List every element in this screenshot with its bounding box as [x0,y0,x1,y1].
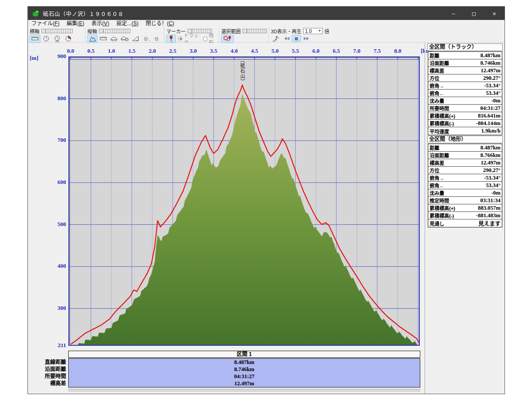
stop-button[interactable] [292,35,301,42]
stat-label: 標高差 [430,67,444,74]
section-summary-box[interactable]: 8.487km8.746km04:31:2712.497m [68,358,420,387]
vaxis-gps-1-button[interactable]: 1 [141,35,151,43]
track-stats-header: 全区間（トラック） [427,43,503,51]
terrain-stats-header: 全区間（地形） [427,136,503,143]
stat-label: 累積標高(+) [430,112,455,119]
y-tick-label: 900 [45,53,66,60]
y-tick-label: 300 [45,305,66,312]
stat-label: 沿面距離 [430,152,449,159]
rewind-icon [284,36,290,41]
stat-row: 距離8.487km [428,144,502,152]
stat-row: 距離8.487km [428,52,502,59]
close-button[interactable]: ✕ [484,7,505,20]
bottom-scroll-strip[interactable] [68,389,420,393]
vaxis-distance-button[interactable] [98,35,108,43]
play-button[interactable] [301,35,311,42]
stat-label: 累積標高(-) [430,212,454,219]
selection-slider[interactable] [243,29,267,33]
stat-value: -0m [491,98,501,104]
title-bar[interactable]: 砥石山（中ノ沢）１９０６０８ — □ ✕ [28,7,505,20]
radio-dot [203,36,207,41]
marker-pin-button[interactable] [166,35,176,43]
toolbar-group-marker: マーカー トラック 地形 [164,27,219,42]
x-tick-label: 5.0 [271,47,278,55]
walk-3d-button[interactable] [271,35,282,43]
maximize-button[interactable]: □ [464,7,484,20]
menu-item[interactable]: 表示(V) [88,20,113,27]
haxis-pie-time-button[interactable] [63,35,74,43]
stat-label: 所要時間 [430,105,449,112]
minimize-button[interactable]: — [443,7,464,20]
stat-row: 俯角→-53.34° [428,174,502,182]
marker-pin-icon [168,35,174,42]
section-label: 沿面距離 [28,366,66,373]
stat-row: 沈み量-0m [428,189,502,197]
stat-row: 標高差12.497m [428,159,502,167]
panel-divider [425,43,426,394]
stat-value: 12.497m [481,160,501,166]
x-tick-label: 1.0 [108,47,115,55]
toolbar: 横軸 123 [28,27,505,43]
mountain-icon [89,36,96,42]
stat-label: 距離 [430,52,439,59]
stat-value: 12.497m [481,67,501,74]
playback-speed-value: 1.0 [304,28,317,34]
stat-value: 見えます [478,219,501,227]
plug-2-icon: .. [154,36,160,42]
haxis-time-button[interactable] [41,35,51,43]
slope-icon [132,36,139,41]
stat-label: 俯角← [430,182,444,189]
haxis-distance-button[interactable] [30,35,40,43]
y-tick-label: 400 [45,262,66,270]
stat-value: -53.34° [484,175,501,181]
menu-item[interactable]: 設定...(S) [113,20,142,27]
clock-123-icon: 123 [54,35,61,42]
haxis-scale-slider[interactable] [41,29,73,33]
menu-item[interactable]: 閉じる！(C) [142,20,178,27]
x-tick-label: 7.5 [374,47,381,55]
elevation-chart[interactable] [68,56,420,346]
y-tick-label: 211 [45,342,66,349]
stat-row: 俯角←53.34° [428,90,502,97]
stat-row: 累積標高(+)816.641m [428,112,502,120]
stop-icon [294,37,298,41]
stat-label: 方位 [430,74,439,82]
stat-value: 883.057m [478,205,501,211]
terrain-stats-table: 距離8.487km沿面距離8.766km標高差12.497m方位290.27°俯… [428,144,502,227]
vaxis-elevation-button[interactable] [87,35,98,43]
vaxis-speed-button[interactable] [109,35,119,43]
section-label: 所要時間 [28,373,66,380]
stat-row: 累積標高(+)883.057m [428,204,502,212]
vaxis-speed-time-button[interactable] [120,35,130,43]
playback-group-label: 3D表示・再生 [271,27,301,35]
x-tick-label: 0.5 [87,47,94,55]
section-value: 04:31:27 [69,373,420,380]
x-tick-label: 7.0 [353,47,360,55]
rewind-button[interactable] [282,35,291,42]
stats-panel: 全区間（トラック） 距離8.487km沿面距離8.746km標高差12.497m… [427,43,505,394]
vaxis-gps-2-button[interactable]: .. [152,35,162,43]
menu-item[interactable]: ファイル(F) [28,20,63,27]
stat-label: 推定時間 [430,197,449,204]
x-tick-label: 1.5 [128,47,135,55]
section-value: 8.746km [69,366,420,373]
stat-row: 沿面距離8.766km [428,152,502,159]
section-value: 8.487km [69,359,420,366]
svg-text:1: 1 [149,39,150,42]
stat-value: 1.9km/h [481,128,501,134]
section-label: 標高差 [28,380,66,387]
vaxis-scale-slider[interactable] [99,29,130,33]
app-window: 砥石山（中ノ沢）１９０６０８ — □ ✕ ファイル(F)編集(E)表示(V)設定… [27,6,505,394]
stat-row: 方位290.27° [428,74,502,82]
menu-item[interactable]: 編集(E) [63,20,88,27]
vaxis-slope-button[interactable] [130,35,141,43]
haxis-time-number-button[interactable]: 123 [52,35,63,43]
stat-value: 8.746km [481,60,501,66]
vaxis-group-label: 縦軸 [87,27,97,35]
selection-range-button[interactable] [221,35,234,43]
stat-row: 累積標高(-)-804.144m [428,120,502,127]
y-tick-label: 700 [45,137,66,144]
playback-speed-select[interactable]: 1.0 ▼ [303,28,323,34]
stat-row: 俯角←53.34° [428,182,502,189]
selection-group-label: 選択範囲 [221,27,241,35]
